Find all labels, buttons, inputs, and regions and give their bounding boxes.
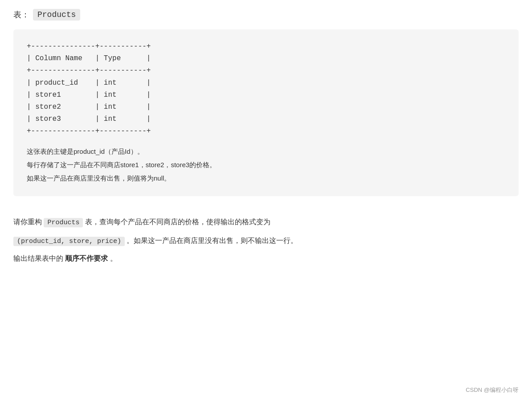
order-note-before: 输出结果表中的 [13, 255, 65, 262]
desc-line-3: 如果这一产品在商店里没有出售，则值将为null。 [27, 172, 505, 185]
desc-line-2: 每行存储了这一产品在不同商店store1，store2，store3的价格。 [27, 158, 505, 172]
question-line2-after: 。如果这一产品在商店里没有出售，则不输出这一行。 [125, 237, 298, 244]
question-line-2: (product_id, store, price) 。如果这一产品在商店里没有… [13, 233, 519, 249]
question-line-1: 请你重构 Products 表，查询每个产品在不同商店的价格，使得输出的格式变为 [13, 214, 519, 230]
question-output-format: (product_id, store, price) [13, 237, 125, 246]
order-note: 输出结果表中的 顺序不作要求 。 [13, 251, 519, 266]
table-info-box: +---------------+-----------+ | Column N… [13, 29, 519, 196]
question-section: 请你重构 Products 表，查询每个产品在不同商店的价格，使得输出的格式变为… [13, 214, 519, 275]
desc-line-1: 这张表的主键是product_id（产品Id）。 [27, 145, 505, 158]
page-header: 表： Products [13, 9, 519, 21]
schema-ascii-table: +---------------+-----------+ | Column N… [27, 41, 505, 138]
order-note-after: 。 [108, 255, 117, 262]
order-note-bold: 顺序不作要求 [65, 255, 108, 262]
question-table-name-inline: Products [44, 218, 83, 227]
question-line1-after: 表，查询每个产品在不同商店的价格，使得输出的格式变为 [83, 218, 270, 226]
question-line1-before: 请你重构 [13, 218, 44, 226]
table-description: 这张表的主键是product_id（产品Id）。 每行存储了这一产品在不同商店s… [27, 145, 505, 185]
table-name-badge: Products [33, 9, 80, 21]
footer-credit: CSDN @编程小白呀 [466, 386, 519, 394]
table-label: 表： [13, 9, 29, 20]
